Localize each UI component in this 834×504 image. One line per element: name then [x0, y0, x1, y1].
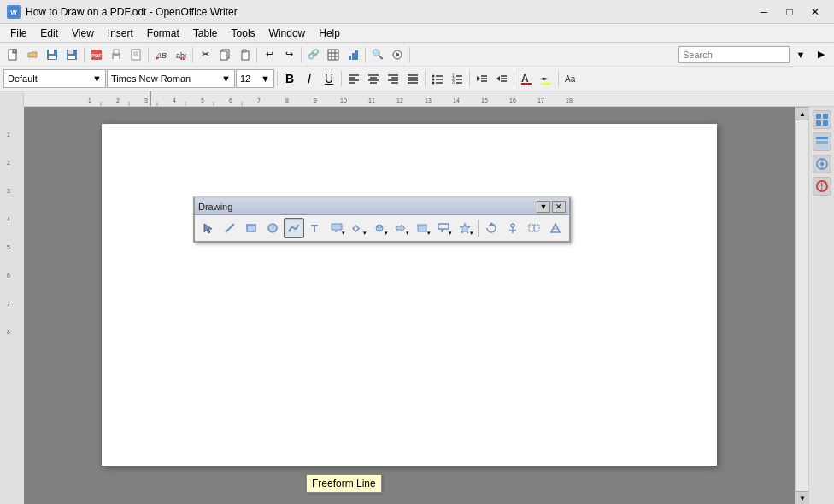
table-button[interactable]	[324, 45, 343, 64]
svg-text:1: 1	[7, 132, 10, 138]
title-bar: W How to Draw on a PDF.odt - OpenOffice …	[0, 0, 834, 24]
close-button[interactable]: ✕	[803, 3, 827, 21]
drawing-line-tool[interactable]	[220, 218, 240, 238]
font-dropdown[interactable]: Times New Roman ▼	[107, 69, 235, 88]
svg-text:Aa: Aa	[565, 74, 576, 84]
drawing-toolbar-header[interactable]: Drawing ▼ ✕	[195, 198, 569, 215]
underline-button[interactable]: U	[320, 69, 338, 88]
svg-text:✒: ✒	[541, 74, 548, 84]
svg-rect-23	[242, 51, 249, 60]
svg-text:4: 4	[7, 216, 10, 222]
size-dropdown[interactable]: 12 ▼	[236, 69, 274, 88]
menu-window[interactable]: Window	[262, 24, 313, 42]
new-button[interactable]	[3, 45, 22, 64]
menu-edit[interactable]: Edit	[33, 24, 65, 42]
drawing-rectangle-tool[interactable]	[241, 218, 261, 238]
scroll-down-button[interactable]: ▼	[796, 491, 809, 504]
highlight-color-button[interactable]: ✒	[537, 69, 555, 88]
decrease-indent-button[interactable]	[473, 69, 491, 88]
drawing-text-tool[interactable]: T	[305, 218, 326, 238]
drawing-group-tool[interactable]	[524, 218, 544, 238]
bold-button[interactable]: B	[280, 69, 299, 88]
menu-view[interactable]: View	[65, 24, 101, 42]
svg-rect-8	[68, 50, 73, 54]
list-ordered-button[interactable]: 1.2.3.	[448, 69, 467, 88]
ruler-corner	[0, 91, 24, 107]
cut-button[interactable]: ✂	[196, 45, 214, 64]
drawing-freeform-tool[interactable]	[284, 218, 304, 238]
menu-file[interactable]: File	[3, 24, 33, 42]
drawing-effects-tool[interactable]	[545, 218, 566, 238]
minimize-button[interactable]: ─	[752, 3, 776, 21]
search-input[interactable]	[678, 46, 790, 63]
toolbars: PDF ABC abc ✂ ↩ ↪ 🔗	[0, 43, 834, 91]
drawing-callouts-tool[interactable]: ▾	[433, 218, 454, 238]
fmt-sep3	[425, 71, 426, 86]
style-dropdown[interactable]: Default ▼	[3, 69, 106, 88]
preview-button[interactable]	[126, 45, 145, 64]
italic-button[interactable]: I	[300, 69, 319, 88]
increase-indent-button[interactable]	[492, 69, 511, 88]
copy-button[interactable]	[215, 45, 234, 64]
maximize-button[interactable]: □	[778, 3, 802, 21]
drawing-toolbar-collapse[interactable]: ▼	[537, 201, 550, 213]
svg-text:8: 8	[285, 97, 289, 103]
redo-button[interactable]: ↪	[279, 45, 298, 64]
menu-insert[interactable]: Insert	[101, 24, 140, 42]
drawing-anchor-tool[interactable]	[502, 218, 523, 238]
svg-text:17: 17	[537, 97, 544, 103]
align-left-button[interactable]	[344, 69, 363, 88]
scroll-track[interactable]	[796, 120, 808, 491]
align-center-button[interactable]	[364, 69, 383, 88]
menu-table[interactable]: Table	[186, 24, 225, 42]
hyperlink-button[interactable]: 🔗	[304, 45, 323, 64]
menu-help[interactable]: Help	[312, 24, 347, 42]
save-button[interactable]	[43, 45, 62, 64]
open-button[interactable]	[23, 45, 42, 64]
font-color-button[interactable]: A	[517, 69, 536, 88]
svg-text:3: 3	[7, 188, 10, 194]
sep1	[84, 47, 85, 62]
menu-tools[interactable]: Tools	[225, 24, 262, 42]
drawing-block-arrows-tool[interactable]: ▾	[391, 218, 411, 238]
drawing-basic-shapes-tool[interactable]: ▾	[348, 218, 368, 238]
sidebar-navigator-button[interactable]	[813, 155, 831, 173]
sidebar-properties-button[interactable]: !	[813, 177, 831, 196]
scroll-up-button[interactable]: ▲	[796, 107, 809, 120]
drawing-flowchart-tool[interactable]: ▾	[412, 218, 432, 238]
drawing-symbol-shapes-tool[interactable]: ▾	[369, 218, 390, 238]
svg-text:5: 5	[7, 244, 10, 250]
drawing-callout-tool[interactable]: ▾	[326, 218, 347, 238]
undo-button[interactable]: ↩	[260, 45, 279, 64]
ruler-container: 1 2 3 4 5 6 7 8 9 10 11 12 13 14 15 16 1…	[0, 91, 834, 107]
paste-button[interactable]	[235, 45, 254, 64]
drawing-stars-tool[interactable]: ▾	[455, 218, 475, 238]
main-layout: 1 2 3 4 5 6 7 8 Drawing ▼ ✕	[0, 107, 834, 504]
menu-format[interactable]: Format	[140, 24, 186, 42]
sidebar-styles-button[interactable]	[813, 132, 831, 151]
align-right-button[interactable]	[384, 69, 402, 88]
find-button[interactable]: 🔍	[368, 45, 387, 64]
align-justify-button[interactable]	[403, 69, 422, 88]
spellcheck-button[interactable]: ABC	[151, 45, 170, 64]
list-unordered-button[interactable]	[428, 69, 447, 88]
navigator-button[interactable]	[388, 45, 407, 64]
autospell-button[interactable]: abc	[171, 45, 190, 64]
export-pdf-button[interactable]: PDF	[87, 45, 106, 64]
sidebar-gallery-button[interactable]	[813, 110, 831, 129]
chart-button[interactable]	[344, 45, 362, 64]
print-button[interactable]	[107, 45, 126, 64]
drawing-toolbar-close[interactable]: ✕	[552, 201, 566, 213]
search-dropdown-button[interactable]: ▼	[791, 45, 810, 64]
svg-rect-118	[418, 225, 426, 231]
drawing-rotate-tool[interactable]	[481, 218, 502, 238]
svg-point-134	[820, 162, 824, 166]
character-format-button[interactable]: Aa	[561, 69, 580, 88]
fmt-sep1	[277, 71, 278, 86]
save-as-button[interactable]	[62, 45, 81, 64]
drawing-select-tool[interactable]	[198, 218, 219, 238]
drawing-ellipse-tool[interactable]	[262, 218, 283, 238]
block-arrows-dropdown-arrow: ▾	[406, 230, 409, 237]
sep3	[192, 47, 193, 62]
search-next-button[interactable]: ▶	[812, 45, 831, 64]
